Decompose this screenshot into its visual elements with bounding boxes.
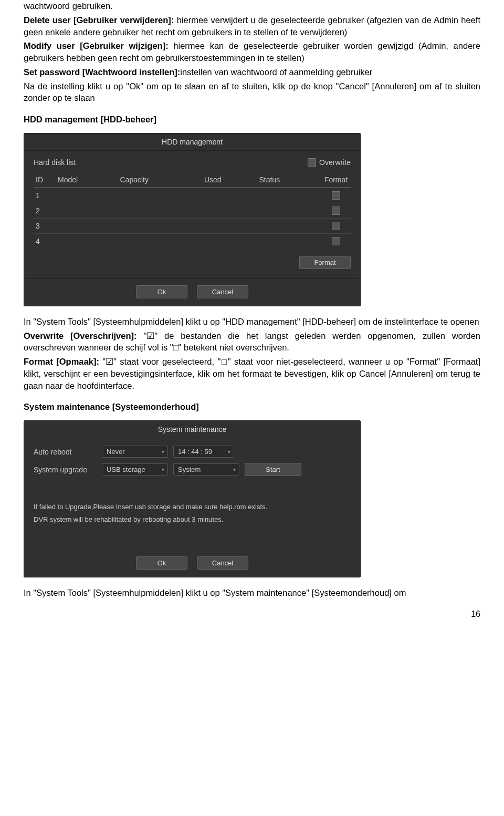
text-span: instellen van wachtwoord of aanmelding g… bbox=[180, 67, 372, 77]
text-paragraph: Format [Opmaak]: "☑" staat voor geselect… bbox=[24, 356, 480, 391]
label-system-upgrade: System upgrade bbox=[34, 466, 97, 474]
status-message: DVR system will be rehabilitated by rebo… bbox=[34, 515, 351, 524]
hdd-table: ID Model Capacity Used Status Format 1 2… bbox=[34, 172, 351, 249]
time-value: 14 : 44 : 59 bbox=[178, 448, 212, 456]
label-auto-reboot: Auto reboot bbox=[34, 448, 97, 456]
text-paragraph: In "System Tools" [Systeemhulpmiddelen] … bbox=[24, 587, 480, 599]
chevron-down-icon: ▾ bbox=[162, 449, 164, 455]
label-overwrite-desc: Overwrite [Overschrijven]: bbox=[24, 331, 137, 340]
col-format: Format bbox=[321, 172, 351, 188]
time-field[interactable]: 14 : 44 : 59 ▾ bbox=[173, 446, 234, 458]
upgrade-source-select[interactable]: USB storage ▾ bbox=[102, 463, 168, 476]
label-hard-disk-list: Hard disk list bbox=[34, 158, 76, 167]
auto-reboot-select[interactable]: Never ▾ bbox=[102, 446, 168, 458]
label-format-desc: Format [Opmaak]: bbox=[24, 357, 99, 366]
text-paragraph: Set password [Wachtwoord instellen]:inst… bbox=[24, 66, 480, 78]
checkbox-icon bbox=[308, 158, 316, 167]
ok-button[interactable]: Ok bbox=[136, 285, 187, 298]
upgrade-target-select[interactable]: System ▾ bbox=[173, 463, 239, 476]
col-status: Status bbox=[257, 172, 321, 188]
chevron-down-icon: ▾ bbox=[162, 467, 164, 472]
format-checkbox[interactable] bbox=[332, 222, 340, 230]
status-message: If failed to Upgrade,Please Insert usb s… bbox=[34, 502, 351, 512]
chevron-down-icon: ▾ bbox=[228, 449, 230, 455]
col-model: Model bbox=[56, 172, 118, 188]
panel-title: System maintenance bbox=[24, 421, 360, 438]
cell-id: 2 bbox=[34, 203, 56, 218]
cancel-button[interactable]: Cancel bbox=[197, 556, 248, 570]
label-modify-user: Modify user [Gebruiker wijzigen]: bbox=[24, 41, 169, 50]
select-value: Never bbox=[107, 448, 125, 456]
heading-hdd-management: HDD management [HDD-beheer] bbox=[24, 113, 480, 126]
text-paragraph: Na de instelling klikt u op "Ok" om op t… bbox=[24, 80, 480, 105]
table-row: 2 bbox=[34, 203, 351, 218]
table-row: 3 bbox=[34, 218, 351, 233]
text-line: wachtwoord gebruiken. bbox=[24, 0, 480, 12]
ok-button[interactable]: Ok bbox=[136, 556, 187, 570]
start-button[interactable]: Start bbox=[245, 463, 301, 476]
col-capacity: Capacity bbox=[118, 172, 202, 188]
format-button[interactable]: Format bbox=[299, 256, 351, 269]
system-maintenance-panel: System maintenance Auto reboot Never ▾ 1… bbox=[24, 420, 361, 577]
page-number: 16 bbox=[24, 610, 480, 619]
select-value: USB storage bbox=[107, 466, 145, 473]
select-value: System bbox=[178, 466, 201, 473]
format-checkbox[interactable] bbox=[332, 206, 340, 215]
label-overwrite: Overwrite bbox=[319, 158, 351, 167]
overwrite-toggle[interactable]: Overwrite bbox=[308, 158, 351, 167]
hdd-panel: HDD management Hard disk list Overwrite … bbox=[24, 133, 361, 306]
text-paragraph: Modify user [Gebruiker wijzigen]: hierme… bbox=[24, 40, 480, 64]
text-paragraph: Overwrite [Overschrijven]: "☑" de bestan… bbox=[24, 330, 480, 354]
col-id: ID bbox=[34, 172, 56, 188]
label-delete-user: Delete user [Gebruiker verwijderen]: bbox=[24, 15, 174, 25]
col-used: Used bbox=[202, 172, 257, 188]
format-checkbox[interactable] bbox=[332, 191, 340, 200]
cell-id: 4 bbox=[34, 233, 56, 249]
heading-system-maintenance: System maintenance [Systeemonderhoud] bbox=[24, 401, 480, 413]
chevron-down-icon: ▾ bbox=[233, 467, 236, 472]
format-checkbox[interactable] bbox=[332, 237, 340, 245]
panel-title: HDD management bbox=[24, 133, 360, 151]
cancel-button[interactable]: Cancel bbox=[197, 285, 248, 298]
table-row: 1 bbox=[34, 188, 351, 203]
table-row: 4 bbox=[34, 233, 351, 249]
cell-id: 3 bbox=[34, 218, 56, 233]
text-paragraph: In "System Tools" [Systeemhulpmiddelen] … bbox=[24, 316, 480, 328]
text-paragraph: Delete user [Gebruiker verwijderen]: hie… bbox=[24, 14, 480, 38]
cell-id: 1 bbox=[34, 188, 56, 203]
label-set-password: Set password [Wachtwoord instellen]: bbox=[24, 67, 180, 77]
